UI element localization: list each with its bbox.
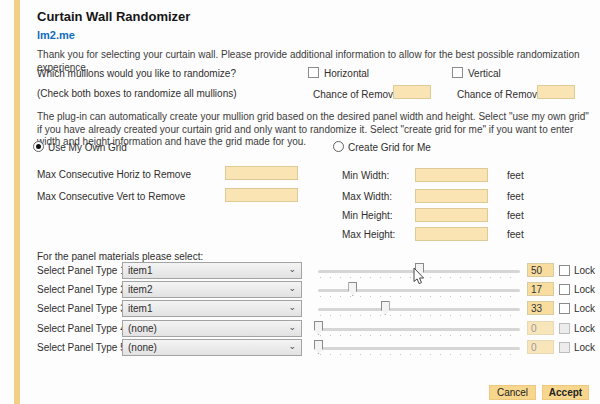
dropdown-selected-value: item1 [128,303,152,314]
max-height-label: Max Height: [342,229,395,240]
min-width-label: Min Width: [342,170,389,181]
panel-type-5-slider[interactable] [318,339,520,358]
panel-type-5-lock-checkbox[interactable] [559,342,570,353]
slider-thumb[interactable] [314,340,323,354]
chevron-down-icon: ⌄ [288,285,296,291]
panel-type-2-value[interactable]: 17 [527,282,554,296]
horizontal-checkbox-label: Horizontal [324,68,369,79]
chevron-down-icon: ⌄ [288,266,296,272]
panel-type-5-dropdown[interactable]: (none) ⌄ [122,339,302,356]
unit-label: feet [507,210,524,221]
panel-type-1-label: Select Panel Type 1 [37,265,126,276]
slider-track[interactable] [318,289,520,292]
panel-type-2-dropdown[interactable]: item2 ⌄ [122,281,302,298]
dim-row: Min Height: feet [0,208,600,227]
dim-row: Max Height: feet [0,227,600,246]
lock-label: Lock [574,323,595,334]
horizontal-chance-label: Chance of Removal [313,89,401,100]
curtain-wall-randomizer-dialog: Curtain Wall Randomizer lm2.me Thank you… [0,0,600,404]
panel-type-2-label: Select Panel Type 2 [37,284,126,295]
panel-type-5-value[interactable]: 0 [527,340,554,354]
slider-track[interactable] [318,328,520,331]
panel-type-3-slider[interactable] [318,300,520,319]
dropdown-selected-value: item2 [128,284,152,295]
dropdown-selected-value: (none) [128,342,157,353]
chevron-down-icon: ⌄ [288,304,296,310]
vertical-chance-input[interactable] [537,85,575,99]
panel-type-4-lock-checkbox[interactable] [559,323,570,334]
mouse-cursor [413,268,425,286]
slider-ticks [320,335,520,336]
panel-materials-heading: For the panel materials please select: [37,251,203,262]
page-title: Curtain Wall Randomizer [37,9,190,24]
vertical-checkbox-label: Vertical [468,68,501,79]
panel-row-5: Select Panel Type 51 (none) ⌄ 0 Lock [0,339,600,358]
horizontal-chance-input[interactable] [393,85,431,99]
panel-type-3-label: Select Panel Type 3 [37,303,126,314]
panel-row-3: Select Panel Type 3 item1 ⌄ 33 Lock [0,300,600,319]
use-my-own-grid-label: Use My Own Grid [48,142,127,153]
max-width-input[interactable] [415,189,488,203]
slider-thumb[interactable] [314,321,323,335]
slider-ticks [320,354,520,355]
vertical-checkbox[interactable] [452,67,463,78]
panel-type-2-lock-checkbox[interactable] [559,284,570,295]
panel-row-1: Select Panel Type 1 item1 ⌄ 50 Lock [0,262,600,281]
panel-type-1-dropdown[interactable]: item1 ⌄ [122,262,302,279]
panel-type-1-lock-checkbox[interactable] [559,265,570,276]
unit-label: feet [507,170,524,181]
chevron-down-icon: ⌄ [288,343,296,349]
dropdown-selected-value: (none) [128,323,157,334]
panel-type-5-label: Select Panel Type 51 [37,342,131,353]
website-link[interactable]: lm2.me [37,29,75,41]
slider-track[interactable] [318,347,520,350]
panel-type-4-slider[interactable] [318,320,520,339]
use-my-own-grid-radio[interactable] [33,141,44,152]
slider-thumb[interactable] [348,282,357,296]
max-width-label: Max Width: [342,191,392,202]
dim-row: Max Width: feet [0,189,600,208]
panel-row-2: Select Panel Type 2 item2 ⌄ 17 Lock [0,281,600,300]
slider-track[interactable] [318,308,520,311]
dropdown-selected-value: item1 [128,265,152,276]
vertical-chance-label: Chance of Removal [457,89,545,100]
accept-button[interactable]: Accept [542,385,589,400]
slider-ticks [320,296,520,297]
mullion-question: Which mullions would you like to randomi… [37,68,236,79]
unit-label: feet [507,191,524,202]
chevron-down-icon: ⌄ [288,324,296,330]
lock-label: Lock [574,284,595,295]
panel-type-4-dropdown[interactable]: (none) ⌄ [122,320,302,337]
panel-type-4-label: Select Panel Type 4 [37,323,126,334]
slider-thumb[interactable] [381,301,390,315]
panel-type-4-value[interactable]: 0 [527,321,554,335]
lock-label: Lock [574,265,595,276]
max-height-input[interactable] [415,227,488,241]
slider-ticks [320,315,520,316]
min-height-input[interactable] [415,208,488,222]
panel-row-4: Select Panel Type 4 (none) ⌄ 0 Lock [0,320,600,339]
cancel-button[interactable]: Cancel [489,385,536,400]
unit-label: feet [507,229,524,240]
lock-label: Lock [574,342,595,353]
radio-dot [36,144,41,149]
panel-type-3-value[interactable]: 33 [527,301,554,315]
dim-row: Min Width: feet [0,168,600,187]
lock-label: Lock [574,303,595,314]
min-width-input[interactable] [415,168,488,182]
panel-type-3-lock-checkbox[interactable] [559,303,570,314]
create-grid-for-me-radio[interactable] [333,141,344,152]
create-grid-for-me-label: Create Grid for Me [348,142,431,153]
panel-type-1-value[interactable]: 50 [527,263,554,277]
horizontal-checkbox[interactable] [308,67,319,78]
min-height-label: Min Height: [342,210,393,221]
panel-type-3-dropdown[interactable]: item1 ⌄ [122,300,302,317]
mullion-hint: (Check both boxes to randomize all mulli… [37,88,237,99]
